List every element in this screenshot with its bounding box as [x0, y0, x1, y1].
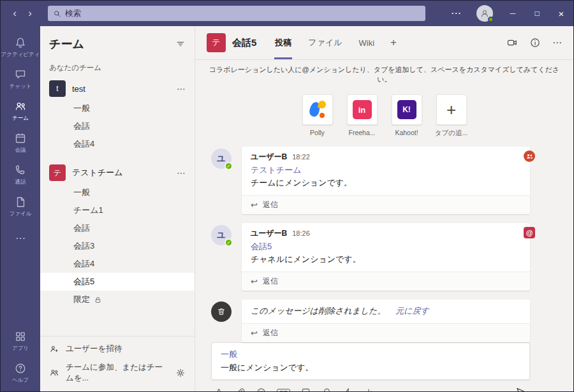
- team-more-button[interactable]: ⋯: [177, 168, 187, 178]
- reply-label: 返信: [263, 200, 278, 210]
- join-create-team-button[interactable]: チームに参加、またはチームを...: [40, 358, 195, 388]
- team-more-button[interactable]: ⋯: [177, 83, 187, 94]
- close-button[interactable]: ×: [549, 1, 573, 26]
- app-rail: アクティビティ チャット チーム 会議 通話 ファイル: [1, 26, 40, 391]
- team-row-test[interactable]: t test ⋯: [40, 78, 195, 99]
- app-add-tab[interactable]: + タブの追...: [434, 94, 469, 138]
- rail-item-files[interactable]: ファイル: [1, 191, 40, 222]
- app-label: タブの追...: [435, 129, 468, 138]
- lightbulb-icon[interactable]: [321, 387, 332, 392]
- reply-button[interactable]: ↩ 返信: [242, 323, 530, 342]
- tab-wiki[interactable]: Wiki: [358, 27, 376, 59]
- forward-button[interactable]: ›: [22, 1, 38, 26]
- undo-delete-link[interactable]: 元に戻す: [395, 306, 429, 316]
- app-label: Kahoot!: [395, 129, 418, 136]
- rail-label: アプリ: [12, 345, 29, 352]
- deleted-message-text: このメッセージは削除されました。: [251, 306, 386, 316]
- reply-label: 返信: [263, 328, 278, 338]
- add-tab-button[interactable]: +: [390, 36, 397, 49]
- channel-item[interactable]: 会話: [40, 219, 195, 237]
- lightning-icon[interactable]: [342, 387, 353, 392]
- search-input[interactable]: [65, 9, 420, 18]
- manage-teams-gear-button[interactable]: [175, 368, 186, 378]
- channel-title: 会話5: [232, 37, 256, 49]
- rail-label: 会議: [15, 147, 26, 154]
- send-button[interactable]: [515, 386, 527, 392]
- mention-link[interactable]: 会話5: [251, 241, 521, 252]
- sticker-icon[interactable]: [300, 387, 311, 392]
- emoji-icon[interactable]: [256, 387, 267, 392]
- rail-item-apps[interactable]: アプリ: [1, 325, 40, 357]
- channel-item[interactable]: 会話4: [40, 255, 195, 273]
- compose-text: 一般にメンションです。: [221, 362, 520, 374]
- channel-item[interactable]: 会話3: [40, 237, 195, 255]
- team-row-testteam[interactable]: テ テストチーム ⋯: [40, 162, 195, 184]
- channel-item[interactable]: 会話: [40, 117, 195, 135]
- compose-toolbar: GIF ⋯: [211, 380, 530, 392]
- reply-button[interactable]: ↩ 返信: [242, 272, 530, 291]
- search-box[interactable]: [48, 6, 425, 21]
- channel-item[interactable]: 一般: [40, 99, 195, 117]
- reply-button[interactable]: ↩ 返信: [242, 195, 530, 214]
- channel-item[interactable]: 会話4: [40, 135, 195, 153]
- sidebar-title: チーム: [49, 36, 175, 52]
- app-tile[interactable]: [302, 94, 333, 125]
- rail-label: チャット: [10, 83, 32, 91]
- message-time: 18:22: [292, 153, 310, 161]
- app-tile[interactable]: +: [436, 94, 467, 125]
- kahoot-icon: K!: [397, 100, 416, 119]
- titlebar-more-button[interactable]: ⋯: [443, 1, 469, 26]
- teams-window: ‹ › ⋯ ─ □ × アクティビティ チャット: [0, 0, 574, 392]
- message-row: ユ ✓ @ ユーザーB18:26 会話5 チャネルにメンションです。: [211, 223, 530, 291]
- suggested-apps-row: Polly in Freeha... K! Kahoot!: [195, 94, 573, 138]
- channel-item-locked[interactable]: 限定: [40, 291, 195, 309]
- plus-icon: +: [446, 100, 456, 120]
- invite-users-button[interactable]: ユーザーを招待: [40, 340, 195, 358]
- message-row-deleted: このメッセージは削除されました。 元に戻す ↩ 返信: [211, 300, 530, 342]
- rail-item-teams[interactable]: チーム: [1, 95, 40, 127]
- avatar: ユ ✓: [211, 149, 232, 169]
- app-tile[interactable]: K!: [392, 94, 422, 125]
- gif-icon[interactable]: GIF: [277, 389, 290, 392]
- app-tile[interactable]: in: [347, 94, 378, 125]
- maximize-button[interactable]: □: [525, 1, 549, 26]
- compose-mention-link[interactable]: 一般: [221, 349, 520, 360]
- channel-avatar: テ: [207, 33, 226, 52]
- channel-item[interactable]: チーム1: [40, 201, 195, 219]
- rail-item-calls[interactable]: 通話: [1, 159, 40, 191]
- chat-icon: [14, 68, 27, 81]
- app-kahoot[interactable]: K! Kahoot!: [389, 94, 425, 138]
- team-name: テストチーム: [72, 167, 123, 178]
- back-button[interactable]: ‹: [7, 1, 22, 26]
- channel-item-selected[interactable]: 会話5: [40, 273, 195, 291]
- mention-link[interactable]: テストチーム: [251, 164, 521, 176]
- rail-item-meetings[interactable]: 会議: [1, 127, 40, 159]
- format-icon[interactable]: [214, 387, 224, 392]
- app-freehand[interactable]: in Freeha...: [344, 94, 380, 138]
- attach-icon[interactable]: [235, 387, 246, 392]
- compose-input[interactable]: 一般 一般にメンションです。: [211, 342, 530, 380]
- channel-item[interactable]: 一般: [40, 184, 195, 201]
- tab-files[interactable]: ファイル: [307, 26, 342, 59]
- compose-more-button[interactable]: ⋯: [385, 387, 394, 392]
- app-polly[interactable]: Polly: [300, 94, 335, 138]
- avatar-initial: ユ: [217, 229, 225, 241]
- rail-item-more[interactable]: ⋯: [1, 222, 40, 254]
- tab-posts[interactable]: 投稿: [274, 26, 292, 59]
- phone-icon: [14, 164, 27, 177]
- team-mention-badge-icon: [524, 150, 535, 162]
- message-author: ユーザーB: [251, 152, 287, 161]
- rail-item-chat[interactable]: チャット: [1, 63, 40, 95]
- channel-more-button[interactable]: ⋯: [552, 37, 562, 48]
- filter-button[interactable]: [175, 39, 186, 49]
- channel-info-icon[interactable]: [529, 37, 541, 48]
- rail-label: ファイル: [10, 210, 32, 218]
- rail-item-help[interactable]: ヘルプ: [1, 357, 40, 389]
- meet-now-camera-icon[interactable]: [506, 37, 518, 48]
- rail-item-activity[interactable]: アクティビティ: [1, 31, 40, 63]
- chart-icon[interactable]: [364, 387, 374, 392]
- user-avatar[interactable]: [476, 5, 493, 22]
- minimize-button[interactable]: ─: [501, 1, 525, 26]
- team-name: test: [72, 84, 85, 94]
- avatar-initial: ユ: [217, 153, 225, 164]
